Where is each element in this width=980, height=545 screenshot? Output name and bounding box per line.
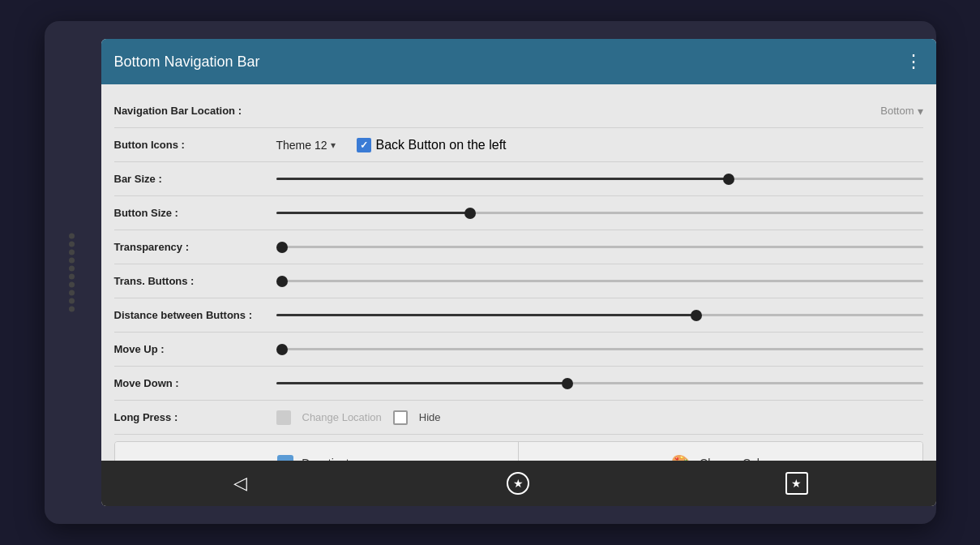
button-size-row: Button Size : bbox=[114, 196, 923, 230]
app-header: Bottom Navigation Bar ⋮ bbox=[101, 39, 936, 84]
app-container: Bottom Navigation Bar ⋮ Navigation Bar L… bbox=[101, 39, 936, 506]
dot bbox=[69, 290, 75, 296]
bar-size-label: Bar Size : bbox=[114, 173, 276, 185]
bottom-nav: ◁ ★ ★ bbox=[101, 461, 936, 506]
distance-slider-container bbox=[276, 314, 923, 316]
button-size-fill bbox=[276, 212, 470, 214]
nav-bar-location-label: Navigation Bar Location : bbox=[114, 105, 276, 117]
distance-slider[interactable] bbox=[276, 314, 923, 316]
location-dropdown[interactable]: Bottom ▾ bbox=[880, 105, 922, 118]
button-icons-content: Theme 12 ▾ Back Button on the left bbox=[276, 138, 923, 152]
move-up-row: Move Up : bbox=[114, 333, 923, 367]
move-down-slider[interactable] bbox=[276, 382, 923, 384]
trans-buttons-slider-container bbox=[276, 280, 923, 282]
palette-icon: 🎨 bbox=[671, 453, 691, 461]
nav-bar-location-row: Navigation Bar Location : Bottom ▾ bbox=[114, 94, 923, 128]
transparency-row: Transparency : bbox=[114, 230, 923, 264]
dot bbox=[69, 307, 75, 312]
location-value: Bottom bbox=[880, 105, 914, 117]
distance-row: Distance between Buttons : bbox=[114, 298, 923, 333]
theme-dropdown-arrow-icon: ▾ bbox=[331, 139, 336, 151]
button-size-slider[interactable] bbox=[276, 212, 923, 214]
button-size-slider-container bbox=[276, 212, 923, 214]
nav-back-button[interactable]: ◁ bbox=[222, 466, 258, 501]
move-up-slider[interactable] bbox=[276, 348, 923, 350]
theme-select[interactable]: Theme 12 ▾ bbox=[276, 139, 336, 152]
theme-value: Theme 12 bbox=[276, 139, 327, 152]
trans-buttons-row: Trans. Buttons : bbox=[114, 264, 923, 298]
move-down-label: Move Down : bbox=[114, 377, 276, 389]
move-up-slider-container bbox=[276, 348, 923, 350]
transparency-slider-container bbox=[276, 246, 923, 248]
bar-size-slider-container bbox=[276, 178, 923, 180]
dot bbox=[69, 242, 75, 247]
back-button-checkbox[interactable] bbox=[357, 138, 371, 152]
dot bbox=[69, 274, 75, 280]
nav-recents-button[interactable]: ★ bbox=[779, 466, 815, 501]
move-down-thumb[interactable] bbox=[562, 378, 573, 389]
long-press-row: Long Press : Change Location Hide bbox=[114, 401, 923, 435]
nav-home-button[interactable]: ★ bbox=[500, 466, 536, 501]
change-color-button[interactable]: 🎨 Change Color bbox=[519, 442, 922, 461]
button-icons-label: Button Icons : bbox=[114, 139, 276, 151]
button-icons-row: Button Icons : Theme 12 ▾ Back Button on… bbox=[114, 128, 923, 162]
distance-thumb[interactable] bbox=[691, 310, 702, 321]
nav-home-icon: ★ bbox=[507, 472, 529, 495]
bar-size-fill bbox=[276, 178, 730, 180]
distance-label: Distance between Buttons : bbox=[114, 309, 276, 321]
dot bbox=[69, 250, 75, 255]
change-location-label: Change Location bbox=[302, 411, 382, 423]
hide-checkbox[interactable] bbox=[393, 410, 408, 425]
trans-buttons-label: Trans. Buttons : bbox=[114, 275, 276, 287]
change-location-checkbox[interactable] bbox=[276, 410, 291, 425]
move-down-fill bbox=[276, 382, 567, 384]
hide-label: Hide bbox=[419, 411, 441, 423]
transparency-thumb[interactable] bbox=[276, 242, 288, 253]
transparency-slider[interactable] bbox=[276, 246, 923, 248]
bar-size-slider[interactable] bbox=[276, 178, 923, 180]
deactivate-button[interactable]: Deactivate bbox=[115, 442, 520, 461]
side-dots bbox=[69, 234, 75, 312]
move-down-row: Move Down : bbox=[114, 367, 923, 401]
button-size-thumb[interactable] bbox=[464, 208, 476, 219]
dot bbox=[69, 298, 75, 304]
back-button-label: Back Button on the left bbox=[376, 138, 507, 152]
move-down-slider-container bbox=[276, 382, 923, 384]
long-press-label: Long Press : bbox=[114, 411, 276, 423]
dot bbox=[69, 266, 75, 272]
move-up-thumb[interactable] bbox=[276, 344, 288, 355]
transparency-label: Transparency : bbox=[114, 241, 276, 253]
nav-home-star: ★ bbox=[513, 477, 524, 490]
dot bbox=[69, 258, 75, 264]
dot bbox=[69, 234, 75, 239]
nav-recents-icon: ★ bbox=[785, 472, 808, 495]
device-frame: Bottom Navigation Bar ⋮ Navigation Bar L… bbox=[45, 21, 936, 524]
nav-back-icon: ◁ bbox=[233, 473, 247, 494]
app-content: Navigation Bar Location : Bottom ▾ Butto… bbox=[101, 84, 936, 461]
deactivate-icon bbox=[277, 455, 293, 461]
dot bbox=[69, 282, 75, 288]
back-button-checkbox-item[interactable]: Back Button on the left bbox=[357, 138, 507, 152]
page-title: Bottom Navigation Bar bbox=[114, 54, 260, 71]
trans-buttons-thumb[interactable] bbox=[276, 276, 288, 287]
trans-buttons-slider[interactable] bbox=[276, 280, 923, 282]
distance-fill bbox=[276, 314, 697, 316]
move-up-label: Move Up : bbox=[114, 343, 276, 355]
long-press-content: Change Location Hide bbox=[276, 410, 441, 425]
bar-size-row: Bar Size : bbox=[114, 162, 923, 196]
nav-recents-star: ★ bbox=[791, 477, 802, 490]
action-buttons-row: Deactivate 🎨 Change Color bbox=[114, 441, 923, 461]
bar-size-thumb[interactable] bbox=[723, 174, 734, 185]
dropdown-arrow-icon: ▾ bbox=[918, 105, 923, 118]
button-size-label: Button Size : bbox=[114, 207, 276, 219]
menu-icon[interactable]: ⋮ bbox=[905, 51, 923, 72]
